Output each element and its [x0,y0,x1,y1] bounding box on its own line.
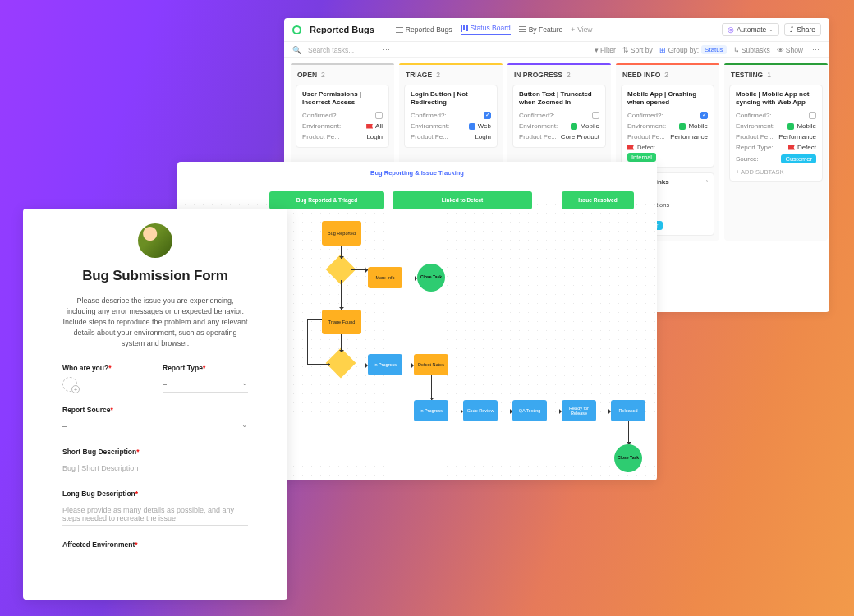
mobile-icon [679,123,686,130]
node-in-progress[interactable]: In Progress [368,354,402,375]
checkbox-icon[interactable] [809,112,816,119]
arrow [402,365,414,365]
lane-reported: Bug Reported & Triaged [269,191,384,209]
groupby-button[interactable]: ⊞ Group by: Status [659,45,727,54]
column-title: TRIAGE [406,71,432,79]
node-triage-found[interactable]: Triage Found [322,310,361,334]
add-view-button[interactable]: + View [571,25,592,34]
flag-icon [366,124,373,129]
avatar [138,223,172,258]
card-title: Button Text | Truncated when Zoomed In [519,90,599,107]
type-label: Report Type* [163,364,248,372]
groupby-value: Status [701,45,727,54]
web-icon [469,123,475,130]
arrow [307,319,308,364]
column-count: 2 [664,71,668,79]
more-menu-button[interactable]: ⋯ [810,46,821,54]
card-title: Mobile App | Crashing when opened [627,90,708,107]
view-tab-board[interactable]: Status Board [461,24,511,35]
checkbox-icon[interactable] [700,112,708,119]
checkbox-icon[interactable] [375,112,383,119]
report-type-select[interactable]: – [163,377,248,393]
flow-title: Bug Reporting & Issue Tracking [177,169,657,177]
arrow [596,411,611,411]
column-title: OPEN [297,71,317,79]
short-desc-input[interactable] [62,461,248,476]
card-triage-1[interactable]: Login Button | Not Redirecting Confirmed… [404,85,498,148]
card-inprogress-1[interactable]: Button Text | Truncated when Zoomed In C… [512,85,606,148]
arrow [307,364,330,365]
share-button[interactable]: ⤴ Share [784,23,821,36]
view-tab-feature[interactable]: By Feature [519,25,563,34]
arrow [431,375,432,400]
source-label: Report Source* [62,406,248,414]
arrow [448,411,463,411]
arrow [341,280,342,310]
chevron-right-icon: › [706,178,708,184]
node-more-info[interactable]: More Info [368,267,402,288]
tag-customer: Customer [781,154,816,163]
automate-button[interactable]: ◎ Automate ⌄ [722,23,779,36]
column-title: IN PROGRESS [514,71,562,79]
arrow [498,411,512,411]
card-open-1[interactable]: User Permissions | Incorrect Access Conf… [296,85,389,148]
plus-icon: + [571,25,575,34]
board-title: Reported Bugs [310,25,374,34]
group-icon [519,26,526,34]
node-close-task-2[interactable]: Close Task [614,444,642,472]
view-tab-label: By Feature [529,25,563,34]
arrow [351,365,368,365]
report-source-select[interactable]: – [62,419,248,434]
node-ready-release[interactable]: Ready for Release [562,400,596,421]
lane-resolved: Issue Resolved [562,191,634,209]
list-icon [396,26,403,34]
node-bug-reported[interactable]: Bug Reported [322,221,361,246]
column-count: 2 [436,71,440,79]
robot-icon: ◎ [728,25,734,34]
bug-form-panel: Bug Submission Form Please describe the … [23,209,287,600]
node-released[interactable]: Released [611,400,645,421]
sort-icon: ⇅ [622,46,629,54]
who-assignee-picker[interactable]: + [62,377,148,392]
node-in-progress-2[interactable]: In Progress [414,400,448,421]
column-count: 2 [321,71,325,79]
subtasks-button[interactable]: ↳Subtasks [733,46,770,54]
card-needinfo-1[interactable]: Mobile App | Crashing when opened Confir… [621,85,714,168]
node-code-review[interactable]: Code Review [463,400,498,421]
card-title: Login Button | Not Redirecting [411,90,491,107]
board-subbar: 🔍 ⋯ ▾Filter ⇅Sort by ⊞ Group by: Status … [284,42,829,58]
status-ring-icon [292,25,301,34]
search-input[interactable] [308,46,374,54]
long-desc-label: Long Bug Description* [62,490,248,498]
column-count: 1 [767,71,771,79]
who-label: Who are you?* [62,364,148,372]
card-testing-1[interactable]: Mobile | Mobile App not syncing with Web… [729,85,823,182]
show-button[interactable]: 👁Show [777,46,803,54]
node-defect-notes[interactable]: Defect Notes [414,354,448,375]
long-desc-input[interactable] [62,503,248,526]
lane-linked: Linked to Defect [393,191,532,209]
checkbox-icon[interactable] [484,112,491,119]
form-description: Please describe the issue you are experi… [62,296,248,349]
arrow [341,246,342,259]
board-header: Reported Bugs Reported Bugs Status Board… [284,18,829,42]
chevron-down-icon: ⌄ [769,26,774,33]
view-tab-label: View [577,25,592,34]
search-icon: 🔍 [292,46,301,54]
board-icon [461,25,468,32]
filter-button[interactable]: ▾Filter [595,46,616,54]
node-close-task-1[interactable]: Close Task [417,264,445,292]
checkbox-icon[interactable] [592,112,599,119]
eye-icon: 👁 [777,46,784,54]
filter-icon: ▾ [595,46,599,54]
env-label: Affected Environment* [62,540,248,549]
plus-icon: + [71,385,80,393]
node-qa-testing[interactable]: QA Testing [512,400,547,421]
sort-button[interactable]: ⇅Sort by [622,46,653,54]
arrow [547,411,562,411]
add-subtask-button[interactable]: + ADD SUBTASK [736,168,816,176]
view-tab-label: Status Board [471,24,511,32]
view-tab-list[interactable]: Reported Bugs [396,25,452,34]
form-title: Bug Submission Form [62,268,248,284]
search-more-icon[interactable]: ⋯ [380,46,392,54]
